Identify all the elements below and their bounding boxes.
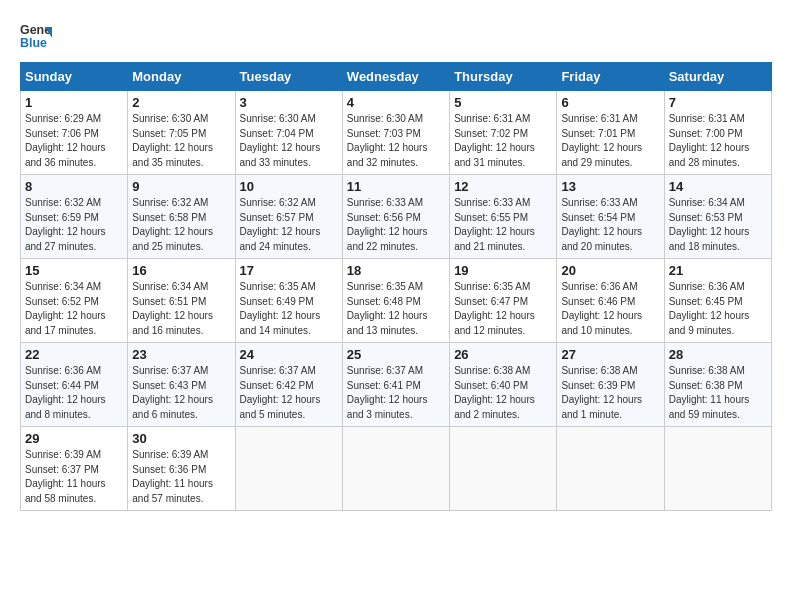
calendar-week-2: 8 Sunrise: 6:32 AMSunset: 6:59 PMDayligh…	[21, 175, 772, 259]
day-info: Sunrise: 6:37 AMSunset: 6:43 PMDaylight:…	[132, 365, 213, 420]
day-number: 22	[25, 347, 123, 362]
calendar-table: SundayMondayTuesdayWednesdayThursdayFrid…	[20, 62, 772, 511]
calendar-cell: 29 Sunrise: 6:39 AMSunset: 6:37 PMDaylig…	[21, 427, 128, 511]
day-number: 30	[132, 431, 230, 446]
calendar-cell: 18 Sunrise: 6:35 AMSunset: 6:48 PMDaylig…	[342, 259, 449, 343]
calendar-cell: 16 Sunrise: 6:34 AMSunset: 6:51 PMDaylig…	[128, 259, 235, 343]
day-info: Sunrise: 6:34 AMSunset: 6:53 PMDaylight:…	[669, 197, 750, 252]
day-info: Sunrise: 6:35 AMSunset: 6:48 PMDaylight:…	[347, 281, 428, 336]
calendar-cell: 5 Sunrise: 6:31 AMSunset: 7:02 PMDayligh…	[450, 91, 557, 175]
day-number: 10	[240, 179, 338, 194]
calendar-cell: 21 Sunrise: 6:36 AMSunset: 6:45 PMDaylig…	[664, 259, 771, 343]
day-info: Sunrise: 6:32 AMSunset: 6:59 PMDaylight:…	[25, 197, 106, 252]
day-info: Sunrise: 6:37 AMSunset: 6:42 PMDaylight:…	[240, 365, 321, 420]
svg-text:Blue: Blue	[20, 36, 47, 50]
day-info: Sunrise: 6:36 AMSunset: 6:44 PMDaylight:…	[25, 365, 106, 420]
day-info: Sunrise: 6:31 AMSunset: 7:02 PMDaylight:…	[454, 113, 535, 168]
day-info: Sunrise: 6:30 AMSunset: 7:03 PMDaylight:…	[347, 113, 428, 168]
day-number: 18	[347, 263, 445, 278]
day-info: Sunrise: 6:33 AMSunset: 6:54 PMDaylight:…	[561, 197, 642, 252]
calendar-cell	[450, 427, 557, 511]
day-number: 24	[240, 347, 338, 362]
calendar-cell: 12 Sunrise: 6:33 AMSunset: 6:55 PMDaylig…	[450, 175, 557, 259]
day-info: Sunrise: 6:39 AMSunset: 6:37 PMDaylight:…	[25, 449, 106, 504]
day-info: Sunrise: 6:35 AMSunset: 6:49 PMDaylight:…	[240, 281, 321, 336]
days-of-week-row: SundayMondayTuesdayWednesdayThursdayFrid…	[21, 63, 772, 91]
day-info: Sunrise: 6:36 AMSunset: 6:46 PMDaylight:…	[561, 281, 642, 336]
day-number: 29	[25, 431, 123, 446]
day-number: 12	[454, 179, 552, 194]
calendar-cell: 3 Sunrise: 6:30 AMSunset: 7:04 PMDayligh…	[235, 91, 342, 175]
day-info: Sunrise: 6:38 AMSunset: 6:39 PMDaylight:…	[561, 365, 642, 420]
day-number: 11	[347, 179, 445, 194]
day-info: Sunrise: 6:36 AMSunset: 6:45 PMDaylight:…	[669, 281, 750, 336]
day-number: 19	[454, 263, 552, 278]
dow-header-sunday: Sunday	[21, 63, 128, 91]
calendar-cell	[664, 427, 771, 511]
calendar-cell: 10 Sunrise: 6:32 AMSunset: 6:57 PMDaylig…	[235, 175, 342, 259]
calendar-cell: 9 Sunrise: 6:32 AMSunset: 6:58 PMDayligh…	[128, 175, 235, 259]
day-info: Sunrise: 6:30 AMSunset: 7:04 PMDaylight:…	[240, 113, 321, 168]
dow-header-monday: Monday	[128, 63, 235, 91]
day-info: Sunrise: 6:38 AMSunset: 6:38 PMDaylight:…	[669, 365, 750, 420]
day-info: Sunrise: 6:34 AMSunset: 6:51 PMDaylight:…	[132, 281, 213, 336]
day-info: Sunrise: 6:31 AMSunset: 7:00 PMDaylight:…	[669, 113, 750, 168]
calendar-cell: 6 Sunrise: 6:31 AMSunset: 7:01 PMDayligh…	[557, 91, 664, 175]
calendar-week-3: 15 Sunrise: 6:34 AMSunset: 6:52 PMDaylig…	[21, 259, 772, 343]
calendar-cell	[557, 427, 664, 511]
calendar-week-1: 1 Sunrise: 6:29 AMSunset: 7:06 PMDayligh…	[21, 91, 772, 175]
day-info: Sunrise: 6:32 AMSunset: 6:57 PMDaylight:…	[240, 197, 321, 252]
day-info: Sunrise: 6:38 AMSunset: 6:40 PMDaylight:…	[454, 365, 535, 420]
calendar-cell: 2 Sunrise: 6:30 AMSunset: 7:05 PMDayligh…	[128, 91, 235, 175]
day-number: 4	[347, 95, 445, 110]
day-number: 17	[240, 263, 338, 278]
day-info: Sunrise: 6:39 AMSunset: 6:36 PMDaylight:…	[132, 449, 213, 504]
calendar-body: 1 Sunrise: 6:29 AMSunset: 7:06 PMDayligh…	[21, 91, 772, 511]
day-number: 13	[561, 179, 659, 194]
day-info: Sunrise: 6:30 AMSunset: 7:05 PMDaylight:…	[132, 113, 213, 168]
dow-header-friday: Friday	[557, 63, 664, 91]
day-number: 26	[454, 347, 552, 362]
day-number: 16	[132, 263, 230, 278]
calendar-cell: 7 Sunrise: 6:31 AMSunset: 7:00 PMDayligh…	[664, 91, 771, 175]
calendar-cell	[342, 427, 449, 511]
day-number: 9	[132, 179, 230, 194]
calendar-week-4: 22 Sunrise: 6:36 AMSunset: 6:44 PMDaylig…	[21, 343, 772, 427]
calendar-cell	[235, 427, 342, 511]
day-info: Sunrise: 6:34 AMSunset: 6:52 PMDaylight:…	[25, 281, 106, 336]
day-info: Sunrise: 6:33 AMSunset: 6:55 PMDaylight:…	[454, 197, 535, 252]
day-number: 21	[669, 263, 767, 278]
day-info: Sunrise: 6:35 AMSunset: 6:47 PMDaylight:…	[454, 281, 535, 336]
calendar-cell: 19 Sunrise: 6:35 AMSunset: 6:47 PMDaylig…	[450, 259, 557, 343]
dow-header-wednesday: Wednesday	[342, 63, 449, 91]
calendar-cell: 11 Sunrise: 6:33 AMSunset: 6:56 PMDaylig…	[342, 175, 449, 259]
day-number: 15	[25, 263, 123, 278]
calendar-cell: 15 Sunrise: 6:34 AMSunset: 6:52 PMDaylig…	[21, 259, 128, 343]
calendar-cell: 26 Sunrise: 6:38 AMSunset: 6:40 PMDaylig…	[450, 343, 557, 427]
day-number: 28	[669, 347, 767, 362]
day-number: 6	[561, 95, 659, 110]
calendar-cell: 30 Sunrise: 6:39 AMSunset: 6:36 PMDaylig…	[128, 427, 235, 511]
calendar-cell: 23 Sunrise: 6:37 AMSunset: 6:43 PMDaylig…	[128, 343, 235, 427]
dow-header-saturday: Saturday	[664, 63, 771, 91]
calendar-cell: 24 Sunrise: 6:37 AMSunset: 6:42 PMDaylig…	[235, 343, 342, 427]
dow-header-tuesday: Tuesday	[235, 63, 342, 91]
logo-icon: General Blue	[20, 20, 52, 52]
dow-header-thursday: Thursday	[450, 63, 557, 91]
day-number: 14	[669, 179, 767, 194]
day-info: Sunrise: 6:37 AMSunset: 6:41 PMDaylight:…	[347, 365, 428, 420]
day-info: Sunrise: 6:29 AMSunset: 7:06 PMDaylight:…	[25, 113, 106, 168]
calendar-cell: 27 Sunrise: 6:38 AMSunset: 6:39 PMDaylig…	[557, 343, 664, 427]
day-number: 27	[561, 347, 659, 362]
day-info: Sunrise: 6:31 AMSunset: 7:01 PMDaylight:…	[561, 113, 642, 168]
calendar-cell: 1 Sunrise: 6:29 AMSunset: 7:06 PMDayligh…	[21, 91, 128, 175]
day-number: 3	[240, 95, 338, 110]
day-number: 20	[561, 263, 659, 278]
calendar-week-5: 29 Sunrise: 6:39 AMSunset: 6:37 PMDaylig…	[21, 427, 772, 511]
day-number: 8	[25, 179, 123, 194]
calendar-cell: 8 Sunrise: 6:32 AMSunset: 6:59 PMDayligh…	[21, 175, 128, 259]
day-number: 7	[669, 95, 767, 110]
day-number: 1	[25, 95, 123, 110]
logo: General Blue	[20, 20, 52, 52]
calendar-cell: 17 Sunrise: 6:35 AMSunset: 6:49 PMDaylig…	[235, 259, 342, 343]
